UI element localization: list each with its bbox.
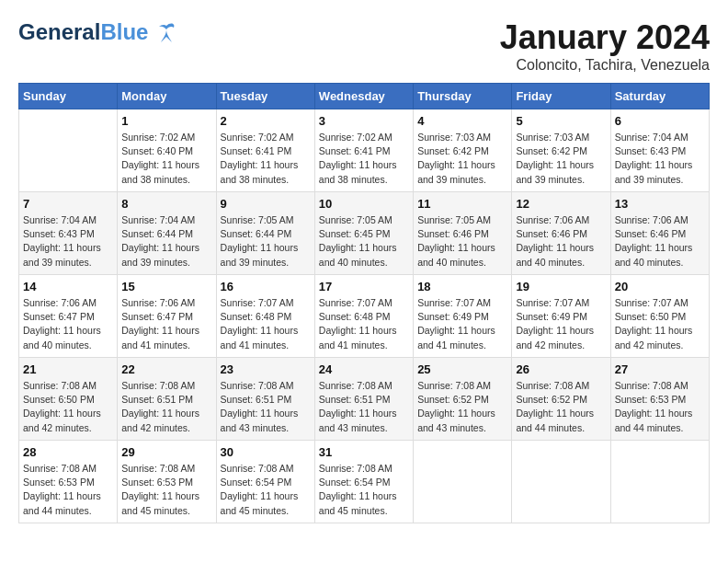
location: Coloncito, Tachira, Venezuela [500, 57, 710, 74]
week-row: 28Sunrise: 7:08 AMSunset: 6:53 PMDayligh… [19, 441, 710, 523]
day-number: 2 [221, 114, 311, 128]
day-number: 24 [319, 362, 409, 376]
day-number: 5 [516, 114, 606, 128]
title-block: January 2024 Coloncito, Tachira, Venezue… [500, 18, 710, 74]
day-number: 25 [417, 362, 507, 376]
calendar-cell: 12Sunrise: 7:06 AMSunset: 6:46 PMDayligh… [512, 192, 610, 275]
logo: GeneralBlue [18, 18, 177, 46]
day-info: Sunrise: 7:03 AMSunset: 6:42 PMDaylight:… [516, 131, 606, 187]
day-number: 10 [319, 197, 409, 211]
calendar-cell [610, 441, 709, 523]
calendar-cell [512, 441, 610, 523]
day-info: Sunrise: 7:06 AMSunset: 6:46 PMDaylight:… [615, 213, 705, 270]
calendar-cell: 11Sunrise: 7:05 AMSunset: 6:46 PMDayligh… [414, 192, 512, 275]
bird-icon [150, 18, 177, 46]
calendar-cell: 30Sunrise: 7:08 AMSunset: 6:54 PMDayligh… [216, 441, 314, 523]
calendar-cell: 25Sunrise: 7:08 AMSunset: 6:52 PMDayligh… [414, 358, 512, 441]
day-info: Sunrise: 7:07 AMSunset: 6:49 PMDaylight:… [417, 296, 507, 352]
day-number: 3 [319, 114, 409, 128]
col-header-monday: Monday [118, 84, 216, 109]
week-row: 21Sunrise: 7:08 AMSunset: 6:50 PMDayligh… [19, 358, 710, 441]
day-info: Sunrise: 7:02 AMSunset: 6:41 PMDaylight:… [221, 131, 311, 187]
day-info: Sunrise: 7:07 AMSunset: 6:48 PMDaylight:… [319, 296, 409, 352]
day-number: 12 [516, 197, 606, 211]
day-info: Sunrise: 7:08 AMSunset: 6:50 PMDaylight:… [23, 379, 113, 435]
col-header-thursday: Thursday [414, 84, 512, 109]
calendar-cell: 19Sunrise: 7:07 AMSunset: 6:49 PMDayligh… [512, 275, 610, 358]
day-info: Sunrise: 7:07 AMSunset: 6:48 PMDaylight:… [221, 296, 311, 352]
day-number: 7 [23, 197, 113, 211]
calendar-cell: 20Sunrise: 7:07 AMSunset: 6:50 PMDayligh… [610, 275, 709, 358]
calendar-cell: 26Sunrise: 7:08 AMSunset: 6:52 PMDayligh… [512, 358, 610, 441]
day-info: Sunrise: 7:03 AMSunset: 6:42 PMDaylight:… [417, 131, 507, 187]
calendar-cell: 23Sunrise: 7:08 AMSunset: 6:51 PMDayligh… [216, 358, 314, 441]
calendar-cell: 28Sunrise: 7:08 AMSunset: 6:53 PMDayligh… [19, 441, 118, 523]
calendar-cell: 3Sunrise: 7:02 AMSunset: 6:41 PMDaylight… [314, 109, 413, 192]
calendar-cell: 18Sunrise: 7:07 AMSunset: 6:49 PMDayligh… [414, 275, 512, 358]
day-info: Sunrise: 7:07 AMSunset: 6:49 PMDaylight:… [516, 296, 606, 352]
calendar-cell: 24Sunrise: 7:08 AMSunset: 6:51 PMDayligh… [314, 358, 413, 441]
day-info: Sunrise: 7:08 AMSunset: 6:54 PMDaylight:… [319, 462, 409, 518]
day-number: 27 [615, 362, 705, 376]
day-number: 14 [23, 280, 113, 293]
logo-general: General [18, 19, 100, 44]
day-info: Sunrise: 7:06 AMSunset: 6:46 PMDaylight:… [516, 213, 606, 270]
calendar-cell: 13Sunrise: 7:06 AMSunset: 6:46 PMDayligh… [610, 192, 709, 275]
calendar-cell: 29Sunrise: 7:08 AMSunset: 6:53 PMDayligh… [118, 441, 216, 523]
day-number: 26 [516, 362, 606, 376]
month-title: January 2024 [500, 18, 710, 57]
day-number: 13 [615, 197, 705, 211]
day-info: Sunrise: 7:08 AMSunset: 6:53 PMDaylight:… [23, 462, 113, 518]
day-number: 19 [516, 280, 606, 293]
calendar-table: SundayMondayTuesdayWednesdayThursdayFrid… [18, 83, 710, 523]
day-number: 15 [121, 280, 211, 293]
day-number: 11 [417, 197, 507, 211]
day-info: Sunrise: 7:07 AMSunset: 6:50 PMDaylight:… [615, 296, 705, 352]
day-number: 20 [615, 280, 705, 293]
day-info: Sunrise: 7:06 AMSunset: 6:47 PMDaylight:… [121, 296, 211, 352]
logo-blue: Blue [100, 19, 148, 44]
calendar-cell: 6Sunrise: 7:04 AMSunset: 6:43 PMDaylight… [610, 109, 709, 192]
day-info: Sunrise: 7:08 AMSunset: 6:51 PMDaylight:… [121, 379, 211, 435]
day-number: 17 [319, 280, 409, 293]
calendar-cell: 10Sunrise: 7:05 AMSunset: 6:45 PMDayligh… [314, 192, 413, 275]
calendar-cell: 2Sunrise: 7:02 AMSunset: 6:41 PMDaylight… [216, 109, 314, 192]
calendar-cell: 7Sunrise: 7:04 AMSunset: 6:43 PMDaylight… [19, 192, 118, 275]
day-number: 18 [417, 280, 507, 293]
col-header-tuesday: Tuesday [216, 84, 314, 109]
day-info: Sunrise: 7:08 AMSunset: 6:52 PMDaylight:… [516, 379, 606, 435]
day-number: 30 [221, 445, 311, 459]
calendar-cell: 1Sunrise: 7:02 AMSunset: 6:40 PMDaylight… [118, 109, 216, 192]
day-info: Sunrise: 7:05 AMSunset: 6:45 PMDaylight:… [319, 213, 409, 270]
col-header-wednesday: Wednesday [314, 84, 413, 109]
day-info: Sunrise: 7:08 AMSunset: 6:51 PMDaylight:… [221, 379, 311, 435]
day-info: Sunrise: 7:06 AMSunset: 6:47 PMDaylight:… [23, 296, 113, 352]
day-number: 8 [121, 197, 211, 211]
calendar-cell: 14Sunrise: 7:06 AMSunset: 6:47 PMDayligh… [19, 275, 118, 358]
calendar-cell: 5Sunrise: 7:03 AMSunset: 6:42 PMDaylight… [512, 109, 610, 192]
day-number: 23 [221, 362, 311, 376]
week-row: 7Sunrise: 7:04 AMSunset: 6:43 PMDaylight… [19, 192, 710, 275]
day-info: Sunrise: 7:02 AMSunset: 6:41 PMDaylight:… [319, 131, 409, 187]
day-info: Sunrise: 7:08 AMSunset: 6:53 PMDaylight:… [121, 462, 211, 518]
day-number: 29 [121, 445, 211, 459]
calendar-cell: 9Sunrise: 7:05 AMSunset: 6:44 PMDaylight… [216, 192, 314, 275]
day-number: 21 [23, 362, 113, 376]
calendar-cell [414, 441, 512, 523]
calendar-cell: 22Sunrise: 7:08 AMSunset: 6:51 PMDayligh… [118, 358, 216, 441]
day-number: 16 [221, 280, 311, 293]
calendar-cell: 27Sunrise: 7:08 AMSunset: 6:53 PMDayligh… [610, 358, 709, 441]
day-number: 31 [319, 445, 409, 459]
calendar-cell: 4Sunrise: 7:03 AMSunset: 6:42 PMDaylight… [414, 109, 512, 192]
day-number: 22 [121, 362, 211, 376]
calendar-cell [19, 109, 118, 192]
week-row: 1Sunrise: 7:02 AMSunset: 6:40 PMDaylight… [19, 109, 710, 192]
day-info: Sunrise: 7:04 AMSunset: 6:43 PMDaylight:… [23, 213, 113, 270]
day-number: 28 [23, 445, 113, 459]
day-number: 6 [615, 114, 705, 128]
day-info: Sunrise: 7:05 AMSunset: 6:46 PMDaylight:… [417, 213, 507, 270]
calendar-cell: 31Sunrise: 7:08 AMSunset: 6:54 PMDayligh… [314, 441, 413, 523]
col-header-sunday: Sunday [19, 84, 118, 109]
calendar-cell: 21Sunrise: 7:08 AMSunset: 6:50 PMDayligh… [19, 358, 118, 441]
calendar-cell: 17Sunrise: 7:07 AMSunset: 6:48 PMDayligh… [314, 275, 413, 358]
